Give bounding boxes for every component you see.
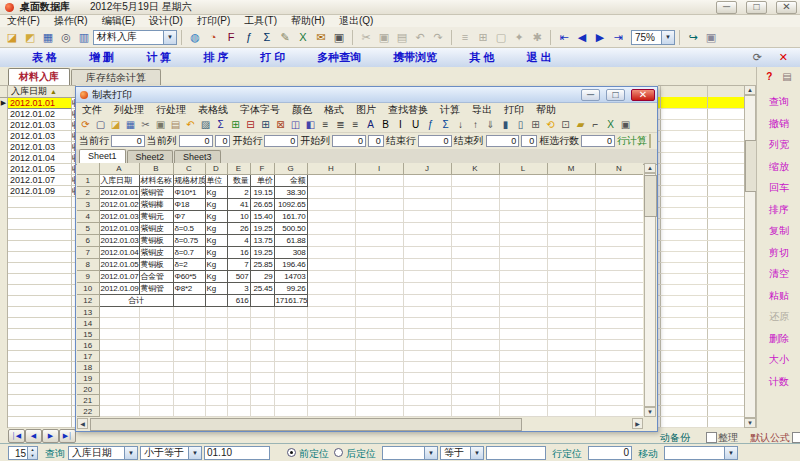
cell-L21[interactable] [499, 395, 547, 406]
cell-D10[interactable]: Kg [205, 283, 227, 295]
sort-desc-icon[interactable]: ↑ [468, 118, 483, 131]
cell-B1[interactable]: 材料名称 [139, 175, 173, 187]
cell-N20[interactable] [595, 384, 643, 395]
cell-L12[interactable] [499, 295, 547, 307]
close-button[interactable]: ✕ [776, 1, 797, 14]
print2-icon[interactable]: ▣ [702, 29, 720, 45]
sidebar-button-1[interactable]: 撤销 [757, 117, 800, 131]
cell-D2[interactable]: Kg [205, 187, 227, 199]
copy-icon[interactable]: ▣ [153, 118, 168, 131]
cell-K3[interactable] [451, 199, 499, 211]
cell-H3[interactable] [307, 199, 355, 211]
cell-D17[interactable] [205, 351, 227, 362]
excel-icon[interactable]: X [603, 118, 618, 131]
sidebar-button-4[interactable]: 回车 [757, 181, 800, 195]
dialog-menu-item-10[interactable]: 导出 [466, 103, 498, 117]
cell-A14[interactable] [99, 318, 139, 329]
cell-D15[interactable] [205, 329, 227, 340]
list-row[interactable] [0, 263, 76, 274]
cell-M5[interactable] [547, 223, 595, 235]
cell-M3[interactable] [547, 199, 595, 211]
move-combo[interactable]: ▼ [664, 446, 738, 460]
prev-record-button[interactable]: ◀ [25, 429, 42, 443]
cell-K9[interactable] [451, 271, 499, 283]
cell-F5[interactable]: 19.25 [250, 223, 274, 235]
column-header-D[interactable]: D [205, 163, 227, 175]
cell-C7[interactable]: δ=0.7 [173, 247, 205, 259]
back-position-label[interactable]: 后定位 [346, 447, 376, 461]
query-label[interactable]: 查询 [45, 447, 65, 461]
cell-E5[interactable]: 26 [227, 223, 250, 235]
cell-H10[interactable] [307, 283, 355, 295]
cell-E20[interactable] [227, 384, 250, 395]
cell-J2[interactable] [403, 187, 451, 199]
cell-F12[interactable] [250, 295, 274, 307]
dialog-menu-item-8[interactable]: 查找替换 [382, 103, 434, 117]
dialog-maximize-button[interactable]: □ [606, 89, 625, 101]
cell-J12[interactable] [403, 295, 451, 307]
cell-F8[interactable]: 25.85 [250, 259, 274, 271]
cell-K20[interactable] [451, 384, 499, 395]
font-icon[interactable]: F [222, 29, 240, 45]
cell-E10[interactable]: 3 [227, 283, 250, 295]
row-header-16[interactable]: 16 [77, 340, 99, 351]
list-row[interactable]: 2012.01.02收 [0, 109, 76, 120]
cell-C14[interactable] [173, 318, 205, 329]
cell-N12[interactable] [595, 295, 643, 307]
row-header-2[interactable]: 2 [77, 187, 99, 199]
row-header-7[interactable]: 7 [77, 247, 99, 259]
cell-H17[interactable] [307, 351, 355, 362]
cell-M12[interactable] [547, 295, 595, 307]
column-header-I[interactable]: I [355, 163, 403, 175]
refresh-icon[interactable]: ⟳ [753, 51, 762, 64]
row-header-20[interactable]: 20 [77, 384, 99, 395]
cell-L6[interactable] [499, 235, 547, 247]
borders-icon[interactable]: ⊞ [528, 118, 543, 131]
open-icon[interactable]: ◪ [108, 118, 123, 131]
cell-M1[interactable] [547, 175, 595, 187]
cell-M7[interactable] [547, 247, 595, 259]
sidebar-button-10[interactable]: 还原 [757, 310, 800, 324]
tab-material-in[interactable]: 材料入库 [8, 68, 70, 85]
row-header-18[interactable]: 18 [77, 362, 99, 373]
cell-G2[interactable]: 38.30 [274, 187, 307, 199]
cell-N8[interactable] [595, 259, 643, 271]
cell-B10[interactable]: 黄铜管 [139, 283, 173, 295]
row-header-13[interactable]: 13 [77, 307, 99, 318]
column-header-A[interactable]: A [99, 163, 139, 175]
menu-item-6[interactable]: 帮助(H) [284, 15, 332, 27]
cell-L2[interactable] [499, 187, 547, 199]
cell-E22[interactable] [227, 406, 250, 417]
field-box-1[interactable]: 0 [179, 135, 213, 147]
insert-row-icon[interactable]: ⊞ [228, 118, 243, 131]
cell-K1[interactable] [451, 175, 499, 187]
column-header-M[interactable]: M [547, 163, 595, 175]
cell-C18[interactable] [173, 362, 205, 373]
menu-item-4[interactable]: 打印(P) [190, 15, 237, 27]
column-header-F[interactable]: F [250, 163, 274, 175]
cell-I1[interactable] [355, 175, 403, 187]
cell-E17[interactable] [227, 351, 250, 362]
field-combo[interactable]: 入库日期▼ [68, 446, 138, 460]
cell-I8[interactable] [355, 259, 403, 271]
cell-H8[interactable] [307, 259, 355, 271]
dialog-menu-item-3[interactable]: 表格线 [192, 103, 234, 117]
cell-K6[interactable] [451, 235, 499, 247]
cell-B15[interactable] [139, 329, 173, 340]
cell-A4[interactable]: 2012.01.03 [99, 211, 139, 223]
cell-C3[interactable]: Φ18 [173, 199, 205, 211]
list-row[interactable] [0, 285, 76, 296]
column-header-B[interactable]: B [139, 163, 173, 175]
date-column-header[interactable]: 入库日期 ▲ [0, 86, 76, 98]
cell-G6[interactable]: 61.88 [274, 235, 307, 247]
list-row[interactable] [0, 274, 76, 285]
cell-F21[interactable] [250, 395, 274, 406]
list-row[interactable] [0, 197, 76, 208]
cell-D3[interactable]: Kg [205, 199, 227, 211]
cell-A19[interactable] [99, 373, 139, 384]
cell-G14[interactable] [274, 318, 307, 329]
cell-B4[interactable]: 黄铜元 [139, 211, 173, 223]
cell-F6[interactable]: 13.75 [250, 235, 274, 247]
column-header-E[interactable]: E [227, 163, 250, 175]
cell-E9[interactable]: 507 [227, 271, 250, 283]
